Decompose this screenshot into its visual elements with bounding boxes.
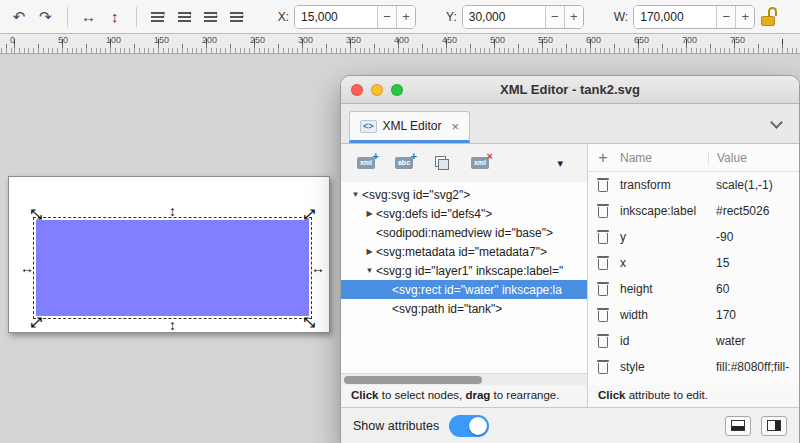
lower-button[interactable]: ↓	[199, 5, 221, 29]
hint-bold: Click	[351, 389, 379, 401]
show-attributes-toggle[interactable]	[449, 415, 489, 437]
delete-attribute-button[interactable]	[595, 203, 611, 219]
expander-icon[interactable]: ▼	[363, 266, 376, 275]
attribute-value[interactable]: 60	[708, 282, 799, 296]
rotate-ccw-icon: ↶	[13, 8, 26, 26]
tab-xml-editor[interactable]: <> XML Editor ×	[349, 111, 470, 143]
attribute-row-style[interactable]: style fill:#8080ff;fill-	[588, 354, 799, 380]
tree-node-layer[interactable]: ▼ <svg:g id="layer1" inkscape:label="	[341, 261, 587, 280]
node-toolbar-dropdown-button[interactable]: ▾	[557, 157, 563, 170]
attribute-row-width[interactable]: width 170	[588, 302, 799, 328]
trash-icon	[597, 178, 609, 192]
ruler-mark: 500	[490, 35, 505, 45]
expander-icon[interactable]: ▼	[349, 190, 362, 199]
ruler-mark: 550	[538, 35, 553, 45]
attribute-row-id[interactable]: id water	[588, 328, 799, 354]
delete-attribute-button[interactable]	[595, 307, 611, 323]
attribute-row-transform[interactable]: transform scale(1,-1)	[588, 172, 799, 198]
attribute-value[interactable]: #rect5026	[708, 204, 799, 218]
show-attributes-label: Show attributes	[353, 419, 439, 433]
scrollbar-thumb[interactable]	[344, 376, 482, 384]
attribute-value[interactable]: 15	[708, 256, 799, 270]
attribute-name[interactable]: width	[618, 308, 708, 322]
scale-handle-sw[interactable]: ⤢	[30, 315, 41, 329]
trash-icon	[597, 230, 609, 244]
flip-horizontal-button[interactable]: ↔	[77, 5, 99, 29]
rotate-ccw-button[interactable]: ↶	[8, 5, 30, 29]
panel-chevron-down-icon[interactable]	[770, 116, 783, 129]
x-input[interactable]	[295, 6, 377, 28]
xml-node-tree: ▼ <svg:svg id="svg2"> ▶ <svg:defs id="de…	[341, 182, 587, 373]
tree-node-namedview[interactable]: <sodipodi:namedview id="base">	[341, 223, 587, 242]
delete-attribute-button[interactable]	[595, 333, 611, 349]
layout-vertical-split-button[interactable]	[761, 416, 787, 436]
new-element-node-button[interactable]: xml +	[351, 150, 381, 176]
attribute-name[interactable]: height	[618, 282, 708, 296]
y-increment-button[interactable]: +	[564, 6, 583, 28]
x-decrement-button[interactable]: −	[377, 6, 396, 28]
attribute-name[interactable]: id	[618, 334, 708, 348]
delete-attribute-button[interactable]	[595, 281, 611, 297]
w-increment-button[interactable]: +	[735, 6, 754, 28]
w-decrement-button[interactable]: −	[716, 6, 735, 28]
attribute-row-x[interactable]: x 15	[588, 250, 799, 276]
raise-button[interactable]: ↑	[173, 5, 195, 29]
tree-node-metadata[interactable]: ▶ <svg:metadata id="metadata7">	[341, 242, 587, 261]
add-attribute-button[interactable]: +	[588, 149, 618, 167]
attribute-value[interactable]: -90	[708, 230, 799, 244]
tree-node-defs[interactable]: ▶ <svg:defs id="defs4">	[341, 204, 587, 223]
delete-attribute-button[interactable]	[595, 255, 611, 271]
attribute-row-height[interactable]: height 60	[588, 276, 799, 302]
tab-close-icon[interactable]: ×	[451, 119, 459, 134]
delete-attribute-button[interactable]	[595, 359, 611, 375]
attribute-name[interactable]: x	[618, 256, 708, 270]
delete-attribute-button[interactable]	[595, 177, 611, 193]
scale-handle-s[interactable]: ↕	[169, 318, 176, 332]
delete-attribute-button[interactable]	[595, 229, 611, 245]
lock-ratio-button[interactable]	[759, 5, 778, 29]
ruler-mark: 400	[394, 35, 409, 45]
scale-handle-e[interactable]: ↔	[311, 261, 325, 275]
delete-node-button[interactable]: xml ×	[465, 150, 495, 176]
y-input[interactable]	[463, 6, 545, 28]
w-input[interactable]	[634, 6, 716, 28]
tree-node-water-rect-selected[interactable]: <svg:rect id="water" inkscape:la	[341, 280, 587, 299]
tree-node-label: <svg:metadata id="metadata7">	[376, 245, 547, 259]
x-increment-button[interactable]: +	[396, 6, 415, 28]
flip-vertical-button[interactable]: ↕	[104, 5, 126, 29]
duplicate-node-button[interactable]	[427, 150, 457, 176]
attribute-name[interactable]: y	[618, 230, 708, 244]
attribute-value[interactable]: 170	[708, 308, 799, 322]
scale-handle-ne[interactable]: ⤢	[303, 207, 314, 221]
scale-handle-se[interactable]: ⤡	[303, 315, 314, 329]
selected-water-rect[interactable]: ⤡ ↕ ⤢ ↔ ↔ ⤢ ↕ ⤡	[36, 220, 309, 316]
expander-icon[interactable]: ▶	[363, 247, 376, 256]
ruler-mark: 350	[346, 35, 361, 45]
y-decrement-button[interactable]: −	[545, 6, 564, 28]
window-titlebar[interactable]: XML Editor - tank2.svg	[341, 76, 799, 104]
attribute-name[interactable]: transform	[618, 178, 708, 192]
expander-icon[interactable]: ▶	[363, 209, 376, 218]
attribute-value[interactable]: water	[708, 334, 799, 348]
rotate-cw-button[interactable]: ↷	[34, 5, 56, 29]
y-spinbox: − +	[462, 5, 584, 29]
attribute-value[interactable]: scale(1,-1)	[708, 178, 799, 192]
attribute-name[interactable]: inkscape:label	[618, 204, 708, 218]
scale-handle-w[interactable]: ↔	[20, 261, 34, 275]
attribute-name[interactable]: style	[618, 360, 708, 374]
attribute-value[interactable]: fill:#8080ff;fill-	[708, 360, 799, 374]
tree-horizontal-scrollbar[interactable]	[341, 373, 587, 385]
attribute-row-y[interactable]: y -90	[588, 224, 799, 250]
lower-to-bottom-button[interactable]: ↓	[225, 5, 247, 29]
scale-handle-n[interactable]: ↕	[169, 204, 176, 218]
ruler-mark: 300	[298, 35, 313, 45]
layout-horizontal-split-button[interactable]	[725, 416, 751, 436]
raise-to-top-button[interactable]: ↑	[147, 5, 169, 29]
scale-handle-nw[interactable]: ⤡	[30, 207, 41, 221]
ruler-mark: 150	[154, 35, 169, 45]
tree-node-svg[interactable]: ▼ <svg:svg id="svg2">	[341, 185, 587, 204]
tree-node-tank-path[interactable]: <svg:path id="tank">	[341, 299, 587, 318]
attribute-row-inkscape-label[interactable]: inkscape:label #rect5026	[588, 198, 799, 224]
tab-label: XML Editor	[383, 119, 442, 133]
new-text-node-button[interactable]: abc +	[389, 150, 419, 176]
